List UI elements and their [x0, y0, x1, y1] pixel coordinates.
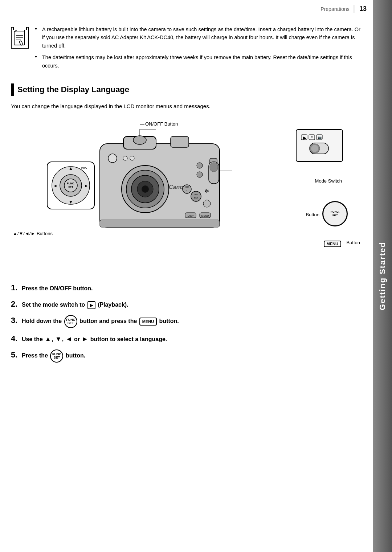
svg-point-32 — [133, 136, 146, 144]
svg-text:ISO: ISO — [185, 186, 189, 188]
note-bullet-2: The date/time settings may be lost after… — [35, 53, 363, 70]
func-set-inset: FUNC.SET — [322, 201, 348, 226]
step-2: 2. Set the mode switch to ▶ (Playback). — [11, 298, 363, 310]
arrow-up: ▲ — [45, 335, 51, 343]
svg-rect-60 — [171, 136, 189, 147]
svg-rect-18 — [311, 145, 318, 152]
svg-text:✻: ✻ — [205, 188, 209, 194]
func-button-label: Button — [306, 212, 319, 217]
section-heading: Setting the Display Language — [11, 83, 363, 96]
svg-text:▪: ▪ — [187, 189, 187, 191]
svg-rect-51 — [100, 220, 220, 227]
step-1-text: Press the ON/OFF button. — [22, 284, 93, 293]
svg-rect-0 — [14, 32, 24, 45]
main-content: A rechargeable lithium battery is built … — [0, 18, 392, 374]
note-bullet-1: A rechargeable lithium battery is built … — [35, 25, 363, 50]
mode-switch-svg: ▶ ▶ ▶ ⠿ 📷 — [299, 133, 339, 158]
svg-rect-44 — [210, 163, 218, 172]
arrow-down: ▼ — [55, 335, 62, 343]
svg-text:⠿: ⠿ — [311, 136, 313, 139]
page-header: Preparations │ 13 — [0, 0, 392, 18]
svg-text:SET: SET — [194, 197, 198, 199]
step-5-text: Press the FUNCSET button. — [22, 349, 85, 363]
svg-point-55 — [191, 191, 201, 201]
step-1: 1. Press the ON/OFF button. — [11, 282, 363, 294]
arrow-right: ► — [82, 335, 88, 343]
svg-text:MENU: MENU — [201, 214, 209, 217]
header-divider: │ — [352, 5, 356, 13]
svg-text:FUNC.: FUNC. — [67, 182, 74, 185]
func-set-inset-label: FUNC.SET — [331, 210, 339, 218]
svg-text:▲: ▲ — [69, 166, 73, 171]
func-set-btn-step5: FUNCSET — [50, 349, 63, 363]
steps: 1. Press the ON/OFF button. 2. Set the m… — [11, 282, 363, 363]
svg-point-46 — [197, 172, 203, 177]
note-text: A rechargeable lithium battery is built … — [35, 25, 363, 73]
step-2-number: 2. — [11, 298, 20, 310]
menu-inset: MENU — [324, 241, 341, 247]
camera-diagram: ▶ ▶ ▶ ⠿ 📷 ON/OFF Button Mode Switch — [11, 118, 363, 271]
section-title: Setting the Display Language — [17, 83, 129, 96]
step-4-number: 4. — [11, 332, 20, 344]
arrow-left: ◄ — [66, 335, 72, 343]
camera-illustration: FUNC. SET ▲ ▼ ◄ ► ISO▪ — [44, 126, 254, 260]
svg-point-45 — [197, 163, 203, 168]
mode-switch-inset: ▶ ▶ ▶ ⠿ 📷 — [296, 129, 343, 162]
onoff-line — [140, 124, 144, 124]
step-3-text: Hold down the FUNCSET button and press t… — [22, 315, 179, 328]
svg-text:▶: ▶ — [303, 136, 306, 139]
step-5-number: 5. — [11, 349, 20, 361]
heading-bar — [11, 83, 14, 96]
step-2-text: Set the mode switch to ▶ (Playback). — [22, 300, 128, 309]
mode-switch-label: Mode Switch — [315, 178, 342, 184]
svg-text:SET: SET — [68, 186, 73, 188]
svg-text:►: ► — [84, 183, 89, 188]
svg-point-37 — [142, 185, 149, 193]
svg-text:◄: ◄ — [53, 183, 57, 188]
note-box: A rechargeable lithium battery is built … — [11, 25, 363, 73]
step-3: 3. Hold down the FUNCSET button and pres… — [11, 314, 363, 328]
svg-text:▼: ▼ — [69, 200, 73, 205]
section-label: Preparations — [320, 6, 349, 12]
note-icon — [11, 27, 29, 49]
menu-btn-step3: MENU — [139, 318, 157, 326]
svg-point-38 — [108, 154, 117, 163]
step-4: 4. Use the ▲, ▼, ◄ or ► button to select… — [11, 332, 363, 344]
svg-point-40 — [130, 156, 134, 160]
playback-icon: ▶ — [87, 301, 95, 310]
section-description: You can change the language displayed in… — [11, 102, 363, 110]
step-5: 5. Press the FUNCSET button. — [11, 349, 363, 363]
svg-text:ISO▪: ISO▪ — [81, 167, 87, 170]
svg-text:DISP: DISP — [188, 214, 194, 217]
step-1-number: 1. — [11, 282, 20, 294]
step-3-number: 3. — [11, 314, 20, 326]
menu-button-label: Button — [346, 240, 360, 245]
document-pencil-icon — [13, 30, 26, 46]
func-set-btn-step3: FUNCSET — [64, 315, 77, 328]
svg-text:📷: 📷 — [318, 135, 322, 140]
svg-point-59 — [203, 200, 211, 207]
svg-point-39 — [123, 156, 127, 160]
svg-point-22 — [64, 179, 77, 192]
page-number: 13 — [359, 5, 367, 13]
svg-text:FUN: FUN — [194, 193, 198, 196]
step-4-text: Use the ▲, ▼, ◄ or ► button to select a … — [22, 334, 167, 344]
